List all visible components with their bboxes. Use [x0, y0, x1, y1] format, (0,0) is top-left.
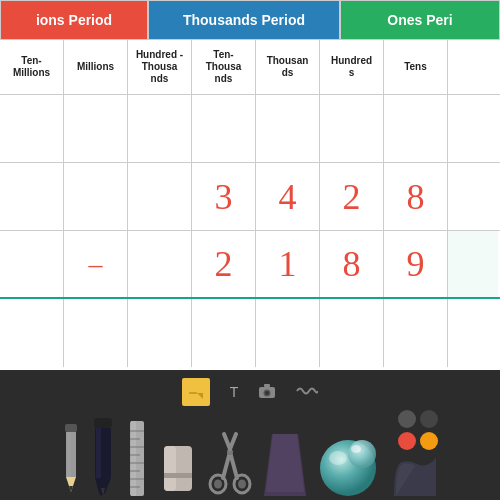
- cell-r2-hundreds: 2: [320, 163, 384, 230]
- color-sphere-tool[interactable]: [318, 436, 380, 498]
- table-row: 3 4 2 8: [0, 163, 500, 231]
- palette-dot-dark2[interactable]: [420, 410, 438, 428]
- table-row: [0, 95, 500, 163]
- camera-icon[interactable]: [258, 383, 276, 402]
- toolbar-top-icons: T: [182, 370, 319, 410]
- svg-point-43: [348, 440, 376, 468]
- palette-dot-yellow[interactable]: [420, 432, 438, 450]
- sticky-note-icon[interactable]: [182, 378, 210, 406]
- cell-r3-hund-thous: [128, 231, 192, 297]
- brush-palette-tool[interactable]: [392, 410, 438, 496]
- svg-rect-14: [96, 428, 101, 478]
- palette-dot-orange[interactable]: [398, 432, 416, 450]
- svg-rect-9: [67, 432, 71, 477]
- color-palette: [398, 410, 438, 450]
- cell-r3-ones: [448, 231, 498, 297]
- wave-icon[interactable]: [296, 384, 318, 400]
- col-header-millions: Millions: [64, 40, 128, 94]
- svg-line-35: [230, 452, 237, 478]
- data-rows-container: 3 4 2 8 – 2 1: [0, 95, 500, 367]
- svg-rect-7: [65, 424, 77, 432]
- ruler-tool[interactable]: [126, 421, 148, 496]
- pen-tool[interactable]: [62, 424, 80, 496]
- digit-2b: 2: [215, 243, 233, 285]
- text-tool-icon[interactable]: T: [230, 384, 239, 400]
- svg-point-34: [238, 480, 246, 489]
- cell-r2-ten-millions: [0, 163, 64, 230]
- cell-r2-thousands: 4: [256, 163, 320, 230]
- col-header-ten-thous: Ten-Thousands: [192, 40, 256, 94]
- svg-point-5: [265, 391, 269, 395]
- ones-period-header: Ones Peri: [340, 0, 500, 40]
- svg-rect-6: [264, 384, 270, 387]
- svg-rect-29: [164, 473, 192, 478]
- place-value-table: ions Period Thousands Period Ones Peri T…: [0, 0, 500, 370]
- cell-r3-millions: –: [64, 231, 128, 297]
- cell-r2-tens: 8: [384, 163, 448, 230]
- palette-row-2: [398, 432, 438, 450]
- svg-line-38: [230, 434, 236, 449]
- cell-r4-millions: [64, 299, 128, 367]
- digit-4: 4: [279, 176, 297, 218]
- period-header-row: ions Period Thousands Period Ones Peri: [0, 0, 500, 40]
- svg-point-44: [351, 445, 361, 453]
- svg-rect-28: [164, 446, 176, 491]
- digit-8b: 8: [343, 243, 361, 285]
- table-row: – 2 1 8 9: [0, 231, 500, 299]
- cell-r2-ones: [448, 163, 498, 230]
- digit-2: 2: [343, 176, 361, 218]
- col-header-hundreds: Hundreds: [320, 40, 384, 94]
- millions-period-header: ions Period: [0, 0, 148, 40]
- cell-r1-tens: [384, 95, 448, 162]
- cell-r1-hundreds: [320, 95, 384, 162]
- dark-brush-icon: [392, 454, 438, 496]
- cell-r1-hund-thous: [128, 95, 192, 162]
- cell-r4-thousands: [256, 299, 320, 367]
- marker-tool[interactable]: [92, 418, 114, 496]
- col-header-thousands: Thousands: [256, 40, 320, 94]
- svg-rect-12: [94, 418, 112, 428]
- cell-r3-thousands: 1: [256, 231, 320, 297]
- digit-8: 8: [407, 176, 425, 218]
- svg-marker-11: [69, 486, 73, 492]
- cell-r2-ten-thous: 3: [192, 163, 256, 230]
- cell-r1-millions: [64, 95, 128, 162]
- svg-rect-18: [131, 421, 136, 496]
- svg-point-42: [329, 451, 347, 465]
- scissors-tool[interactable]: [208, 432, 252, 500]
- cell-r3-hundreds: 8: [320, 231, 384, 297]
- digit-1: 1: [279, 243, 297, 285]
- col-header-tens: Tens: [384, 40, 448, 94]
- svg-point-31: [214, 480, 222, 489]
- cell-r1-ones: [448, 95, 498, 162]
- digit-dash: –: [89, 248, 103, 280]
- cell-r2-hund-thous: [128, 163, 192, 230]
- col-header-ones: [448, 40, 498, 94]
- cell-r4-ten-millions: [0, 299, 64, 367]
- cell-r2-millions: [64, 163, 128, 230]
- column-header-row: Ten- Millions Millions Hundred -Thousand…: [0, 40, 500, 95]
- cell-r1-ten-millions: [0, 95, 64, 162]
- cell-r1-thousands: [256, 95, 320, 162]
- thousands-period-header: Thousands Period: [148, 0, 340, 40]
- col-header-ten-millions: Ten- Millions: [0, 40, 64, 94]
- cell-r1-ten-thous: [192, 95, 256, 162]
- cell-r4-ten-thous: [192, 299, 256, 367]
- svg-line-32: [223, 452, 230, 478]
- digit-3: 3: [215, 176, 233, 218]
- cell-r3-ten-millions: [0, 231, 64, 297]
- cell-r4-hund-thous: [128, 299, 192, 367]
- cell-r3-ten-thous: 2: [192, 231, 256, 297]
- cell-r4-tens: [384, 299, 448, 367]
- table-row: [0, 299, 500, 367]
- toolbar-main-tools: [42, 410, 458, 500]
- trapezoid-tool[interactable]: [264, 434, 306, 496]
- palette-dot-dark1[interactable]: [398, 410, 416, 428]
- cell-r4-ones: [448, 299, 498, 367]
- digit-9: 9: [407, 243, 425, 285]
- toolbar: T: [0, 370, 500, 500]
- col-header-hund-thous: Hundred -Thousands: [128, 40, 192, 94]
- eraser-tool[interactable]: [160, 441, 196, 496]
- cell-r4-hundreds: [320, 299, 384, 367]
- cell-r3-tens: 9: [384, 231, 448, 297]
